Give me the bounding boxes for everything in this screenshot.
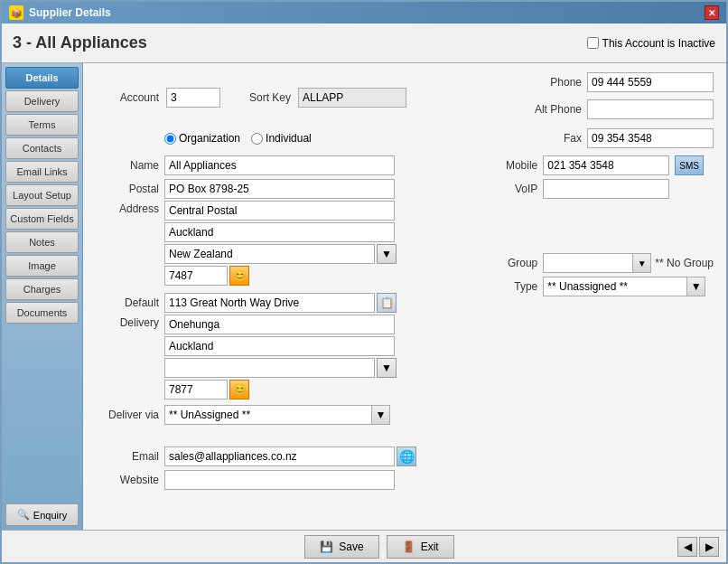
account-row: Account Sort Key Phone Alt Phone [96, 72, 714, 123]
delivery-label-text: DefaultDelivery [120, 296, 159, 329]
mobile-row: Mobile SMS [474, 155, 714, 175]
app-icon: 📦 [9, 5, 23, 20]
delivery-line-1[interactable] [164, 293, 375, 313]
postal-address-label: PostalAddress [96, 179, 159, 219]
name-label: Name [96, 159, 159, 172]
group-field[interactable] [543, 253, 633, 273]
delivery-smiley-btn[interactable]: 😊 [229, 380, 249, 400]
sort-key-label: Sort Key [228, 91, 291, 104]
exit-button[interactable]: 🚪 Exit [387, 535, 454, 559]
postal-country-row: ▼ [164, 244, 397, 264]
group-label: Group [474, 257, 537, 269]
sidebar-item-image[interactable]: Image [5, 255, 79, 277]
fax-field[interactable] [587, 128, 714, 148]
individual-label: Individual [266, 132, 312, 145]
main-content: Details Delivery Terms Contacts Email Li… [2, 63, 726, 530]
exit-icon: 🚪 [402, 540, 415, 553]
inactive-checkbox[interactable] [587, 37, 599, 49]
postal-line-3[interactable] [164, 222, 395, 242]
account-field[interactable] [166, 88, 220, 108]
email-field[interactable] [164, 446, 395, 466]
delivery-postcode-field[interactable] [164, 380, 228, 400]
org-radio-label[interactable]: Organization [164, 132, 240, 145]
right-column: Mobile SMS VoIP Group [474, 155, 714, 428]
deliver-via-label: Deliver via [96, 409, 159, 421]
main-window: 📦 Supplier Details ✕ 3 - All Appliances … [0, 0, 728, 564]
individual-radio[interactable] [251, 133, 263, 145]
prev-button[interactable]: ◀ [677, 537, 697, 557]
sidebar-item-charges[interactable]: Charges [5, 278, 79, 300]
sidebar-item-layout-setup[interactable]: Layout Setup [5, 184, 79, 206]
sort-key-field[interactable] [298, 88, 406, 108]
delivery-country-row: ▼ [164, 358, 397, 378]
fax-label: Fax [518, 132, 582, 145]
sidebar-item-notes[interactable]: Notes [5, 231, 79, 253]
delivery-inputs: 📋 ▼ 😊 [164, 293, 397, 400]
next-button[interactable]: ▶ [699, 537, 719, 557]
postal-postcode-field[interactable] [164, 266, 228, 286]
default-delivery-section: DefaultDelivery 📋 ▼ [96, 293, 467, 400]
type-row: Type ▼ [474, 277, 714, 296]
sidebar-item-email-links[interactable]: Email Links [5, 161, 79, 183]
delivery-country-field[interactable] [164, 358, 375, 378]
org-radio[interactable] [164, 133, 176, 145]
default-delivery-label: DefaultDelivery [96, 293, 159, 333]
account-label: Account [96, 91, 159, 104]
mobile-field[interactable] [543, 155, 669, 175]
postal-smiley-btn[interactable]: 😊 [229, 266, 249, 286]
header-bar: 3 - All Appliances This Account is Inact… [2, 24, 726, 63]
sidebar-item-details[interactable]: Details [5, 67, 79, 89]
group-dropdown: ▼ [543, 253, 651, 273]
postal-line-2[interactable] [164, 201, 395, 221]
sidebar-item-delivery[interactable]: Delivery [5, 90, 79, 112]
bottom-actions: 💾 Save 🚪 Exit [304, 535, 453, 559]
website-label: Website [96, 474, 159, 486]
deliver-via-dropdown-btn[interactable]: ▼ [372, 405, 390, 425]
group-dropdown-arrow[interactable]: ▼ [633, 253, 651, 273]
delivery-line-3[interactable] [164, 336, 395, 356]
postal-country-field[interactable] [164, 244, 375, 264]
sms-button[interactable]: SMS [675, 155, 704, 175]
email-with-btn: 🌐 [164, 446, 416, 466]
type-label: Type [474, 280, 537, 293]
account-header-title: 3 - All Appliances [13, 33, 147, 52]
group-row: Group ▼ ** No Group [474, 253, 714, 273]
voip-label: VoIP [474, 183, 537, 195]
name-row: Name [96, 155, 467, 175]
save-button[interactable]: 💾 Save [304, 535, 378, 559]
org-label: Organization [179, 132, 240, 145]
postal-country-btn[interactable]: ▼ [377, 244, 397, 264]
sidebar-item-terms[interactable]: Terms [5, 114, 79, 136]
alt-phone-row: Alt Phone [518, 99, 714, 119]
enquiry-button[interactable]: 🔍 Enquiry [5, 503, 79, 526]
sidebar-item-custom-fields[interactable]: Custom Fields [5, 208, 79, 230]
group-control: ▼ ** No Group [543, 253, 714, 273]
name-field[interactable] [164, 155, 395, 175]
individual-radio-label[interactable]: Individual [251, 132, 312, 145]
delivery-line-1-row: 📋 [164, 293, 397, 313]
phone-label: Phone [518, 76, 582, 89]
delivery-postcode-row: 😊 [164, 380, 397, 400]
phone-field[interactable] [587, 72, 714, 92]
delivery-country-btn[interactable]: ▼ [377, 358, 397, 378]
window-title: Supplier Details [29, 6, 111, 19]
website-field[interactable] [164, 470, 395, 490]
type-field[interactable] [543, 277, 687, 296]
voip-field[interactable] [543, 179, 669, 199]
delivery-line-2[interactable] [164, 315, 395, 334]
close-button[interactable]: ✕ [705, 5, 719, 20]
copy-btn[interactable]: 📋 [377, 293, 397, 313]
deliver-via-container: ** UnAssigned ** ▼ [164, 405, 390, 425]
email-globe-btn[interactable]: 🌐 [397, 446, 416, 466]
deliver-via-select[interactable]: ** UnAssigned ** [164, 405, 372, 425]
title-bar: 📦 Supplier Details ✕ [2, 2, 726, 24]
sidebar-item-documents[interactable]: Documents [5, 302, 79, 324]
exit-label: Exit [421, 540, 439, 553]
postal-address-section: PostalAddress ▼ 😊 [96, 179, 467, 286]
org-type-row: Organization Individual Fax [164, 128, 714, 148]
type-dropdown-btn[interactable]: ▼ [687, 277, 705, 296]
two-col-section: Name PostalAddress [96, 155, 714, 428]
alt-phone-field[interactable] [587, 99, 714, 119]
sidebar-item-contacts[interactable]: Contacts [5, 137, 79, 159]
postal-line-1[interactable] [164, 179, 395, 199]
